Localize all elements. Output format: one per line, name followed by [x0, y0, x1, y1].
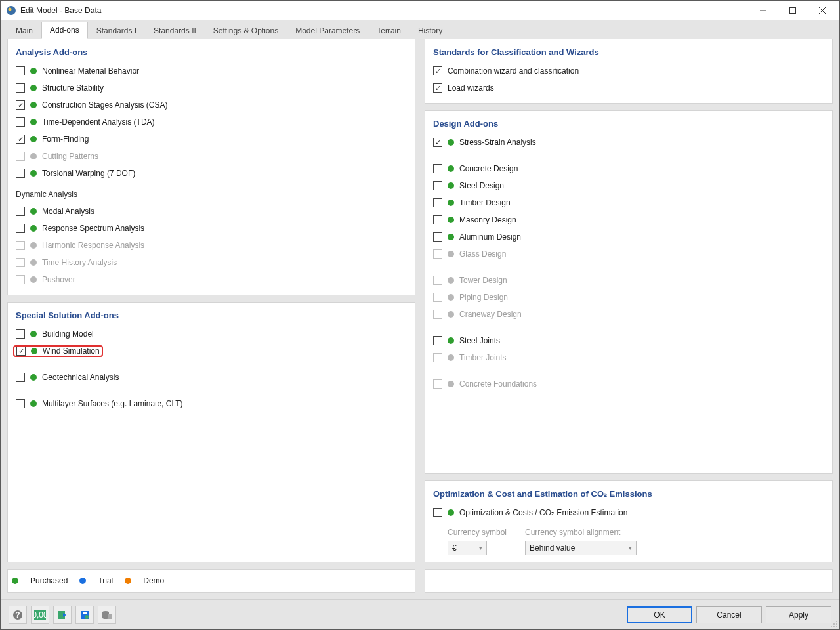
- standard-combination-wizard-and-classification-checkbox[interactable]: [433, 66, 442, 75]
- tab-main[interactable]: Main: [7, 22, 41, 39]
- close-button[interactable]: [807, 1, 837, 20]
- addon-nonlinear-material-behavior[interactable]: Nonlinear Material Behavior: [16, 62, 407, 79]
- addon-wind-simulation[interactable]: Wind Simulation: [16, 343, 407, 360]
- help-button[interactable]: ?: [9, 606, 27, 624]
- design-steel-design[interactable]: Steel Design: [433, 177, 824, 194]
- section-title-analysis: Analysis Add-ons: [16, 47, 407, 57]
- addon-building-model-checkbox[interactable]: [16, 329, 25, 339]
- design-timber-joints-checkbox: [433, 353, 442, 362]
- status-dot: [448, 200, 454, 206]
- addon-building-model[interactable]: Building Model: [16, 326, 407, 343]
- resize-grip-icon[interactable]: [830, 620, 838, 628]
- svg-point-22: [833, 623, 835, 625]
- addon-form-finding-checkbox[interactable]: [16, 135, 25, 144]
- status-dot: [30, 136, 37, 142]
- status-dot: [448, 182, 454, 189]
- addon-geotechnical-analysis[interactable]: Geotechnical Analysis: [16, 369, 407, 386]
- addon-time-dependent-analysis-tda[interactable]: Time-Dependent Analysis (TDA): [16, 114, 407, 131]
- currency-alignment-select[interactable]: Behind value▾: [525, 541, 637, 555]
- maximize-button[interactable]: [778, 1, 807, 20]
- status-dot: [30, 119, 37, 125]
- standard-load-wizards[interactable]: Load wizards: [433, 79, 824, 96]
- apply-button[interactable]: Apply: [766, 606, 831, 623]
- legend-dot-purchased: [12, 578, 18, 584]
- design-aluminum-design-checkbox[interactable]: [433, 232, 442, 242]
- svg-rect-3: [789, 7, 795, 13]
- design-steel-joints[interactable]: Steel Joints: [433, 332, 824, 349]
- addon-construction-stages-analysis-csa[interactable]: Construction Stages Analysis (CSA): [16, 96, 407, 114]
- svg-point-23: [836, 621, 837, 622]
- standard-load-wizards-checkbox[interactable]: [433, 83, 442, 93]
- status-dot: [448, 354, 454, 361]
- panel-special: Special Solution Add-ons Building ModelW…: [7, 302, 415, 562]
- design-aluminum-design[interactable]: Aluminum Design: [433, 228, 824, 245]
- addon-time-history-analysis: Time History Analysis: [16, 254, 407, 271]
- design-stress-strain-analysis[interactable]: Stress-Strain Analysis: [433, 134, 824, 151]
- tab-model-parameters[interactable]: Model Parameters: [287, 22, 368, 39]
- status-dot: [30, 331, 37, 337]
- tab-add-ons[interactable]: Add-ons: [41, 22, 88, 39]
- addon-multilayer-surfaces-e-g-laminate-clt[interactable]: Multilayer Surfaces (e.g. Laminate, CLT): [16, 395, 407, 412]
- database-button[interactable]: [98, 606, 116, 624]
- opt-optimization-costs-co-emission-estimation[interactable]: Optimization & Costs / CO₂ Emission Esti…: [433, 504, 824, 521]
- design-piping-design-checkbox: [433, 293, 442, 302]
- tab-terrain[interactable]: Terrain: [368, 22, 410, 39]
- save-button[interactable]: [75, 606, 94, 624]
- addon-response-spectrum-analysis[interactable]: Response Spectrum Analysis: [16, 220, 407, 237]
- addon-harmonic-response-analysis-label: Harmonic Response Analysis: [42, 241, 144, 250]
- tab-bar: MainAdd-onsStandards IStandards IISettin…: [1, 20, 839, 39]
- addon-multilayer-surfaces-e-g-laminate-clt-checkbox[interactable]: [16, 399, 25, 408]
- design-craneway-design-label: Craneway Design: [459, 310, 522, 319]
- design-masonry-design-checkbox[interactable]: [433, 215, 442, 224]
- units-button[interactable]: 0,00: [31, 606, 49, 624]
- addon-time-dependent-analysis-tda-checkbox[interactable]: [16, 117, 25, 127]
- design-concrete-design[interactable]: Concrete Design: [433, 160, 824, 177]
- tab-standards-ii[interactable]: Standards II: [145, 22, 205, 39]
- addon-nonlinear-material-behavior-checkbox[interactable]: [16, 66, 25, 75]
- tab-standards-i[interactable]: Standards I: [88, 22, 145, 39]
- addon-construction-stages-analysis-csa-checkbox[interactable]: [16, 100, 25, 110]
- status-dot: [30, 153, 37, 159]
- addon-torsional-warping-7-dof-checkbox[interactable]: [16, 169, 25, 178]
- status-dot: [31, 348, 37, 354]
- design-masonry-design[interactable]: Masonry Design: [433, 211, 824, 228]
- currency-symbol-select[interactable]: €▾: [448, 541, 487, 555]
- opt-optimization-costs-co-emission-estimation-checkbox[interactable]: [433, 508, 442, 517]
- status-dot: [448, 337, 454, 344]
- addon-torsional-warping-7-dof-label: Torsional Warping (7 DOF): [42, 169, 135, 178]
- svg-point-21: [831, 626, 832, 627]
- addon-wind-simulation-checkbox[interactable]: [16, 346, 26, 356]
- status-dot: [30, 225, 37, 232]
- addon-torsional-warping-7-dof[interactable]: Torsional Warping (7 DOF): [16, 165, 407, 182]
- cancel-button[interactable]: Cancel: [696, 606, 762, 623]
- tab-history[interactable]: History: [410, 22, 451, 39]
- status-dot: [448, 139, 454, 146]
- subheading-dynamic: Dynamic Analysis: [16, 190, 407, 199]
- addon-response-spectrum-analysis-checkbox[interactable]: [16, 224, 25, 233]
- addon-structure-stability-checkbox[interactable]: [16, 83, 25, 93]
- section-title-special: Special Solution Add-ons: [16, 310, 407, 320]
- status-dot: [30, 242, 37, 249]
- design-timber-design-checkbox[interactable]: [433, 198, 442, 207]
- design-steel-joints-checkbox[interactable]: [433, 336, 442, 345]
- design-glass-design: Glass Design: [433, 245, 824, 262]
- design-piping-design-label: Piping Design: [459, 293, 508, 302]
- export-button[interactable]: [53, 606, 72, 624]
- addon-structure-stability[interactable]: Structure Stability: [16, 79, 407, 96]
- standard-combination-wizard-and-classification[interactable]: Combination wizard and classification: [433, 62, 824, 79]
- svg-point-16: [102, 616, 109, 619]
- design-timber-design[interactable]: Timber Design: [433, 194, 824, 211]
- ok-button[interactable]: OK: [627, 606, 692, 623]
- minimize-button[interactable]: [748, 1, 778, 20]
- addon-geotechnical-analysis-checkbox[interactable]: [16, 373, 25, 382]
- design-stress-strain-analysis-checkbox[interactable]: [433, 138, 442, 147]
- addon-modal-analysis[interactable]: Modal Analysis: [16, 203, 407, 220]
- design-concrete-design-checkbox[interactable]: [433, 164, 442, 173]
- status-dot: [448, 381, 454, 387]
- addon-modal-analysis-checkbox[interactable]: [16, 207, 25, 216]
- currency-symbol-label: Currency symbol: [448, 528, 507, 537]
- tab-settings-options[interactable]: Settings & Options: [205, 22, 287, 39]
- legend-label-purchased: Purchased: [30, 576, 68, 585]
- design-steel-design-checkbox[interactable]: [433, 181, 442, 190]
- addon-form-finding[interactable]: Form-Finding: [16, 131, 407, 148]
